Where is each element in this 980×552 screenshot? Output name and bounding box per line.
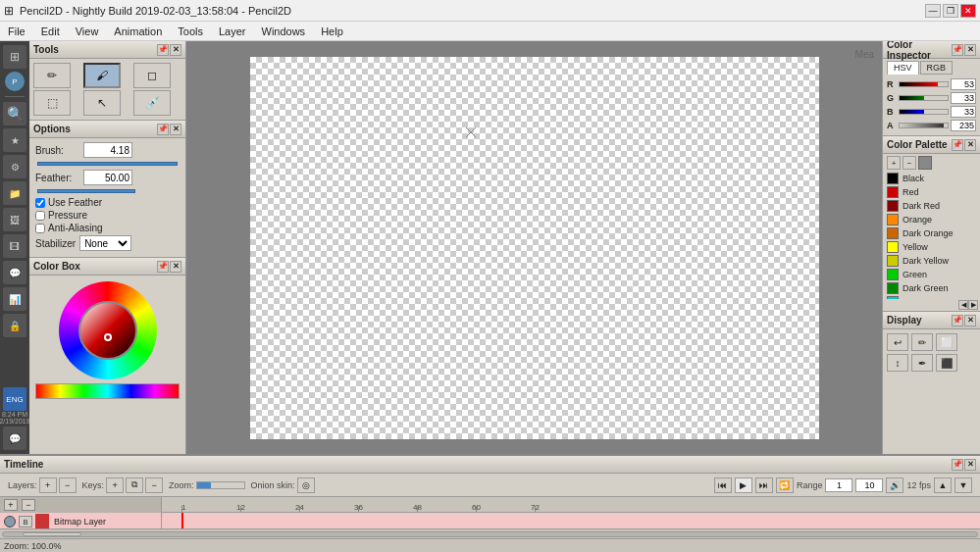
eyedropper-tool[interactable]: 💉 [133,90,171,116]
canvas-area[interactable]: Mea [186,41,882,454]
palette-remove-btn[interactable]: − [903,156,916,170]
ci-r-value[interactable] [951,78,976,90]
options-panel-close[interactable]: ✕ [170,124,181,135]
strip-icon-10[interactable]: ENG [3,387,26,411]
palette-item[interactable]: Red [883,185,980,199]
menu-item-animation[interactable]: Animation [106,22,170,40]
play-btn[interactable]: ▶ [735,477,752,493]
layer-bitmap-vis[interactable] [4,516,16,527]
minimize-button[interactable]: — [925,4,941,18]
menu-item-tools[interactable]: Tools [170,22,211,40]
menu-item-file[interactable]: File [0,22,33,40]
feather-input[interactable] [83,170,132,185]
select-tool[interactable]: ↖ [83,90,121,116]
palette-add-btn[interactable]: + [887,156,901,170]
layer-add-btn[interactable]: + [4,499,18,511]
display-panel-pin[interactable]: 📌 [952,315,963,326]
palette-scroll-right[interactable]: ▶ [968,300,978,310]
ci-a-track[interactable] [899,123,949,128]
layer-bitmap[interactable]: B Bitmap Layer [0,513,161,528]
colorbox-close[interactable]: ✕ [170,261,181,273]
strip-icon-11[interactable]: 💬 [3,427,26,450]
display-btn-arrow[interactable]: ↕ [887,354,908,372]
strip-icon-2[interactable]: ★ [3,128,26,152]
tab-rgb[interactable]: RGB [920,61,954,75]
pencil-tool[interactable]: ✏ [33,63,71,88]
timeline-close[interactable]: ✕ [964,459,976,471]
fps-up[interactable]: ▲ [934,477,952,493]
palette-item[interactable]: Dark Yellow [883,254,980,268]
strip-icon-9[interactable]: 🔒 [3,314,26,337]
strip-icon-3[interactable]: ⚙ [3,155,26,178]
zoom-slider[interactable] [196,481,245,489]
color-palette-close[interactable]: ✕ [964,139,976,151]
strip-icon-4[interactable]: 📁 [3,181,26,205]
dup-key-btn[interactable]: ⧉ [126,477,143,493]
color-wheel-container[interactable] [59,281,157,379]
timeline-pin[interactable]: 📌 [952,459,963,471]
strip-icon-1[interactable]: 🔍 [3,102,26,125]
track-row-bitmap[interactable] [162,513,980,528]
palette-scroll-left[interactable]: ◀ [958,300,968,310]
ci-g-value[interactable] [951,92,976,104]
display-btn-rect[interactable]: ⬜ [936,333,957,351]
display-btn-fill[interactable]: ⬛ [936,354,957,372]
range-to-input[interactable] [855,478,883,492]
rewind-btn[interactable]: ⏮ [714,477,732,493]
strip-grid-icon[interactable]: ⊞ [3,45,26,69]
colorbox-pin[interactable]: 📌 [157,261,169,273]
strip-icon-7[interactable]: 💬 [3,261,26,284]
brush-slider[interactable] [37,162,178,166]
loop-btn[interactable]: 🔁 [776,477,794,493]
palette-item[interactable]: Black [883,172,980,185]
forward-btn[interactable]: ⏭ [755,477,773,493]
palette-item[interactable]: Dark Green [883,281,980,295]
menu-item-edit[interactable]: Edit [33,22,68,40]
layer-del-btn[interactable]: − [22,499,35,511]
color-inspector-pin[interactable]: 📌 [952,44,963,56]
tools-panel-pin[interactable]: 📌 [157,44,169,56]
options-panel-pin[interactable]: 📌 [157,124,169,135]
menu-item-view[interactable]: View [68,22,107,40]
timeline-scroll-track[interactable] [2,531,978,537]
palette-item[interactable]: Dark Red [883,199,980,213]
color-cursor[interactable] [104,333,112,341]
strip-icon-8[interactable]: 📊 [3,287,26,311]
ci-b-value[interactable] [951,106,976,118]
hue-slider[interactable] [35,383,180,399]
select-rect-tool[interactable]: ⬚ [33,90,71,116]
tools-panel-close[interactable]: ✕ [170,44,181,56]
range-from-input[interactable] [825,478,852,492]
display-btn-pencil[interactable]: ✏ [911,333,933,351]
onion-toggle[interactable]: ◎ [297,477,315,493]
color-inspector-close[interactable]: ✕ [964,44,976,56]
fps-down[interactable]: ▼ [954,477,972,493]
add-layer-btn[interactable]: + [39,477,57,493]
remove-layer-btn[interactable]: − [59,477,77,493]
palette-item[interactable]: Dark Orange [883,226,980,240]
display-btn-undo[interactable]: ↩ [887,333,908,351]
ci-r-track[interactable] [899,81,949,87]
color-square[interactable] [78,301,137,360]
del-key-btn[interactable]: − [145,477,163,493]
ci-g-track[interactable] [899,95,949,101]
timeline-scroll-thumb[interactable] [23,532,81,536]
volume-btn[interactable]: 🔊 [886,477,903,493]
brush-tool[interactable]: 🖌 [83,63,121,88]
add-key-btn[interactable]: + [106,477,124,493]
ci-b-track[interactable] [899,109,949,115]
tab-hsv[interactable]: HSV [887,61,919,75]
display-btn-pen[interactable]: ✒ [911,354,933,372]
palette-item[interactable]: Yellow [883,240,980,254]
color-wheel[interactable] [59,281,157,379]
brush-input[interactable] [83,142,132,158]
strip-icon-6[interactable]: 🎞 [3,234,26,258]
menu-item-layer[interactable]: Layer [211,22,254,40]
anti-aliasing-checkbox[interactable] [35,224,45,233]
ci-a-value[interactable] [951,120,976,131]
stabilizer-select[interactable]: None Simple Strong [79,235,131,251]
close-button[interactable]: ✕ [960,4,976,18]
drawing-canvas[interactable] [250,57,819,439]
eraser-tool[interactable]: ◻ [133,63,171,88]
color-palette-pin[interactable]: 📌 [952,139,963,151]
